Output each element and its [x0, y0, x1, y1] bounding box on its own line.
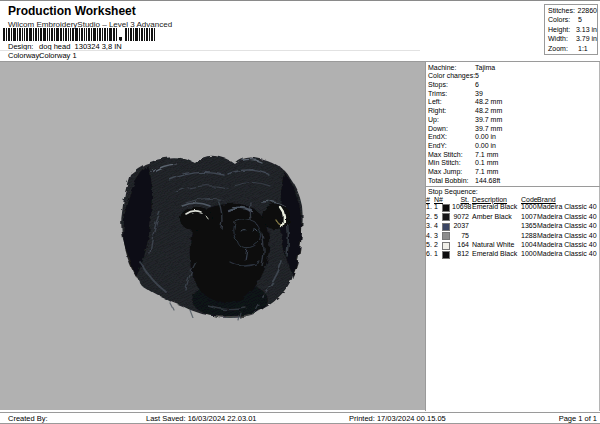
summary-row: Colors:5 — [548, 16, 597, 25]
created-by-label: Created By: — [8, 414, 48, 423]
machine-row: Up:39.7 mm — [428, 116, 598, 125]
divider — [0, 412, 600, 413]
summary-row: Zoom:1:1 — [548, 45, 597, 54]
machine-row: Max Jump:7.1 mm — [428, 168, 598, 177]
last-saved-text: Last Saved: 16/03/2024 22.03.01 — [146, 414, 257, 423]
height-label: Height: — [548, 26, 576, 35]
machine-row: EndY:0.00 in — [428, 142, 598, 151]
machine-row: Max Stitch:7.1 mm — [428, 151, 598, 160]
design-summary-box: Stitches:22860 Colors:5 Height:3.13 in W… — [544, 4, 598, 55]
barcode-icon — [3, 28, 155, 41]
colors-value: 5 — [578, 16, 582, 25]
table-row: 2. 5 9072 Amber Black 1007 Madeira Class… — [426, 213, 598, 222]
table-row: 3. 4 2037 1365 Madeira Classic 40 — [426, 222, 598, 231]
thread-color-swatch — [442, 223, 450, 231]
thread-color-swatch — [442, 204, 450, 212]
machine-row: Machine:Tajima — [428, 64, 598, 73]
thread-color-swatch — [442, 242, 450, 250]
col-header-needle: N# — [434, 196, 442, 204]
zoom-label: Zoom: — [548, 45, 578, 54]
table-row: 1. 1 10698 Emerald Black 1000 Madeira Cl… — [426, 203, 598, 212]
machine-info-list: Machine:Tajima Color changes:5 Stops:6 T… — [428, 64, 598, 186]
height-value: 3.13 in — [576, 26, 597, 35]
machine-row: EndX:0.00 in — [428, 133, 598, 142]
thread-color-swatch — [442, 251, 450, 259]
stitches-label: Stitches: — [548, 7, 578, 16]
stitches-value: 22860 — [578, 7, 597, 16]
colorway-row: Colorway: Colorway 1 — [8, 51, 77, 60]
printed-text: Printed: 17/03/2024 00.15.05 — [349, 414, 446, 423]
table-row: 5. 2 164 Natural White 1004 Madeira Clas… — [426, 241, 598, 250]
machine-row: Min Stitch:0.1 mm — [428, 159, 598, 168]
colorway-label: Colorway: — [8, 51, 37, 60]
machine-row: Down:39.7 mm — [428, 125, 598, 134]
col-header-description: Description — [472, 196, 519, 204]
width-value: 3.79 in — [576, 35, 597, 44]
machine-row: Left:48.2 mm — [428, 98, 598, 107]
col-header-swatch — [442, 196, 452, 204]
page-number: Page 1 of 1 — [559, 414, 597, 423]
machine-row: Stops:6 — [428, 81, 598, 90]
summary-row: Height:3.13 in — [548, 26, 597, 35]
design-canvas — [0, 62, 425, 410]
thread-color-swatch — [442, 232, 450, 240]
table-row: 4. 3 75 1288 Madeira Classic 40 — [426, 232, 598, 241]
colorway-value: Colorway 1 — [39, 51, 77, 60]
zoom-value: 1:1 — [578, 45, 588, 54]
divider — [425, 186, 600, 187]
production-worksheet-page: Production Worksheet Wilcom EmbroiderySt… — [0, 0, 600, 424]
thread-color-swatch — [442, 213, 450, 221]
colors-label: Colors: — [548, 16, 578, 25]
machine-row: Color changes:5 — [428, 72, 598, 81]
page-title: Production Worksheet — [8, 4, 136, 18]
divider — [0, 423, 600, 424]
embroidery-design-pug-head — [0, 62, 425, 410]
summary-row: Width:3.79 in — [548, 35, 597, 44]
stop-sequence-title: Stop Sequence: — [428, 188, 478, 195]
machine-row: Trims:39 — [428, 90, 598, 99]
machine-row: Right:48.2 mm — [428, 107, 598, 116]
col-header-brand: Brand — [537, 196, 556, 204]
width-label: Width: — [548, 35, 576, 44]
machine-row: Total Bobbin:144.68ft — [428, 177, 598, 186]
col-header-num: # — [426, 196, 434, 204]
col-header-code: Code — [521, 196, 536, 204]
table-header-row: # N# St. Description Code Brand — [426, 196, 598, 204]
table-row: 6. 1 812 Emerald Black 1000 Madeira Clas… — [426, 250, 598, 259]
summary-row: Stitches:22860 — [548, 7, 597, 16]
col-header-stitches: St. — [452, 196, 469, 204]
